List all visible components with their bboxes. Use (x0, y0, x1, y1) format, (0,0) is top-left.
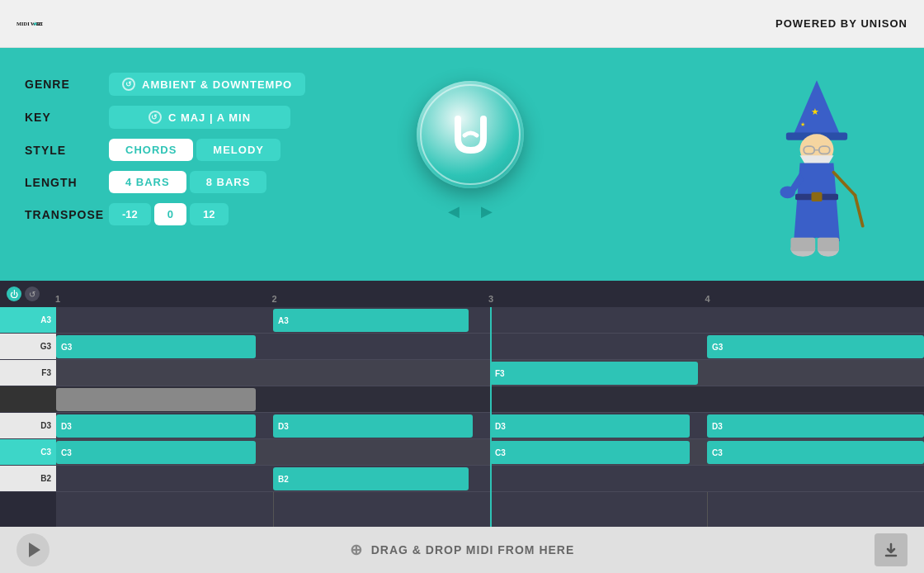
beat-1-marker: 1 (55, 294, 60, 304)
drag-drop-text: DRAG & DROP MIDI FROM HERE (371, 543, 575, 556)
length-row: LENGTH 4 BARS 8 BARS (25, 171, 388, 193)
key-row: KEY ↺ C MAJ | A MIN (25, 106, 388, 129)
piano-roll: ⏻ ↺ 1 2 3 4 A3 G3 F3 D3 C3 B2 (0, 281, 924, 527)
svg-text:★: ★ (800, 121, 805, 128)
unison-generate-button[interactable] (417, 81, 524, 188)
key-a3[interactable]: A3 (0, 307, 56, 334)
transpose-0-button[interactable]: 0 (154, 203, 186, 225)
style-melody-button[interactable]: MELODY (196, 139, 280, 161)
loop-button[interactable]: ↺ (25, 286, 40, 301)
svg-text:★: ★ (811, 107, 819, 116)
drag-drop-area[interactable]: ⊕ DRAG & DROP MIDI FROM HERE (350, 541, 575, 559)
beat-2-marker: 2 (271, 294, 276, 304)
bottom-bar: ⊕ DRAG & DROP MIDI FROM HERE (0, 527, 924, 573)
note-b2-1[interactable]: B2 (273, 467, 469, 490)
note-d3-4[interactable]: D3 (707, 414, 924, 438)
key-b2[interactable]: B2 (0, 466, 56, 492)
transpose-row: TRANSPOSE -12 0 12 (25, 203, 388, 225)
style-row: STYLE CHORDS MELODY (25, 139, 388, 161)
key-f3[interactable]: F3 (0, 360, 56, 386)
transpose-buttons: -12 0 12 (109, 203, 229, 225)
piano-roll-header: ⏻ ↺ 1 2 3 4 (0, 281, 924, 307)
unison-logo-svg (448, 112, 493, 158)
key-g3[interactable]: G3 (0, 334, 56, 360)
note-d3-1[interactable]: D3 (56, 414, 256, 438)
transpose-12-button[interactable]: 12 (190, 203, 228, 225)
svg-rect-12 (812, 192, 823, 201)
beat-4-marker: 4 (705, 294, 710, 304)
genre-row: GENRE ↺ AMBIENT & DOWNTEMPO (25, 73, 388, 96)
transpose-label: TRANSPOSE (25, 208, 99, 221)
style-chords-button[interactable]: CHORDS (109, 139, 193, 161)
beat-3-marker: 3 (488, 294, 493, 304)
piano-keys: A3 G3 F3 D3 C3 B2 (0, 307, 56, 527)
note-c3-2[interactable]: C3 (490, 441, 690, 464)
svg-point-15 (780, 186, 795, 198)
nav-arrows: ◀ ▶ (444, 201, 497, 221)
playhead (490, 307, 492, 527)
svg-text:RD: RD (37, 21, 43, 26)
genre-selector[interactable]: ↺ AMBIENT & DOWNTEMPO (109, 73, 305, 96)
note-d3-2[interactable]: D3 (273, 414, 473, 438)
svg-line-13 (833, 173, 855, 196)
key-icon: ↺ (148, 111, 162, 124)
note-g3-1[interactable]: G3 (56, 335, 256, 358)
svg-rect-19 (818, 238, 839, 252)
genre-icon: ↺ (122, 78, 135, 91)
note-d3-3[interactable]: D3 (490, 414, 690, 438)
power-button[interactable]: ⏻ (7, 286, 21, 301)
note-a3-1[interactable]: A3 (273, 309, 469, 332)
center-button-area: ◀ ▶ (388, 64, 553, 221)
next-arrow[interactable]: ▶ (477, 201, 497, 221)
header: MIDI WIZ ★ RD POWERED BY UNISON (0, 0, 924, 48)
key-c3[interactable]: C3 (0, 439, 56, 466)
length-label: LENGTH (25, 176, 99, 189)
note-f3-1[interactable]: F3 (490, 362, 698, 385)
download-icon (883, 542, 899, 558)
genre-label: GENRE (25, 78, 99, 91)
controls-panel: GENRE ↺ AMBIENT & DOWNTEMPO KEY ↺ C MAJ … (25, 64, 388, 235)
note-e3-1[interactable] (56, 388, 256, 411)
download-button[interactable] (874, 533, 908, 566)
length-buttons: 4 BARS 8 BARS (109, 171, 266, 193)
logo: MIDI WIZ ★ RD (16, 11, 43, 37)
note-c3-1[interactable]: C3 (56, 441, 256, 464)
piano-roll-controls: ⏻ ↺ (7, 286, 40, 301)
piano-roll-body: A3 G3 F3 D3 C3 B2 A3 G3 G3 F (0, 307, 924, 527)
main-controls-area: GENRE ↺ AMBIENT & DOWNTEMPO KEY ↺ C MAJ … (0, 48, 924, 281)
prev-arrow[interactable]: ◀ (444, 201, 464, 221)
svg-line-14 (855, 196, 862, 226)
key-d3[interactable]: D3 (0, 413, 56, 439)
wizard-character-area: ★ ★ (553, 64, 899, 279)
key-label: KEY (25, 111, 99, 124)
key-selector[interactable]: ↺ C MAJ | A MIN (109, 106, 290, 129)
length-8bars-button[interactable]: 8 BARS (190, 171, 267, 193)
note-g3-2[interactable]: G3 (707, 335, 924, 358)
wizard-logo-icon: MIDI WIZ ★ RD (16, 11, 43, 37)
wizard-svg: ★ ★ (751, 73, 883, 287)
roll-grid: A3 G3 G3 F3 D3 D3 D3 D3 C3 C3 C3 (56, 307, 924, 527)
style-label: STYLE (25, 144, 99, 157)
play-button[interactable] (16, 533, 50, 566)
style-buttons: CHORDS MELODY (109, 139, 280, 161)
svg-rect-18 (790, 238, 815, 252)
transpose-neg12-button[interactable]: -12 (109, 203, 151, 225)
play-icon (29, 542, 40, 557)
powered-by-text: POWERED BY UNISON (776, 17, 908, 30)
key-e3[interactable] (0, 386, 56, 413)
length-4bars-button[interactable]: 4 BARS (109, 171, 186, 193)
drag-icon: ⊕ (350, 541, 363, 559)
note-c3-3[interactable]: C3 (707, 441, 924, 464)
